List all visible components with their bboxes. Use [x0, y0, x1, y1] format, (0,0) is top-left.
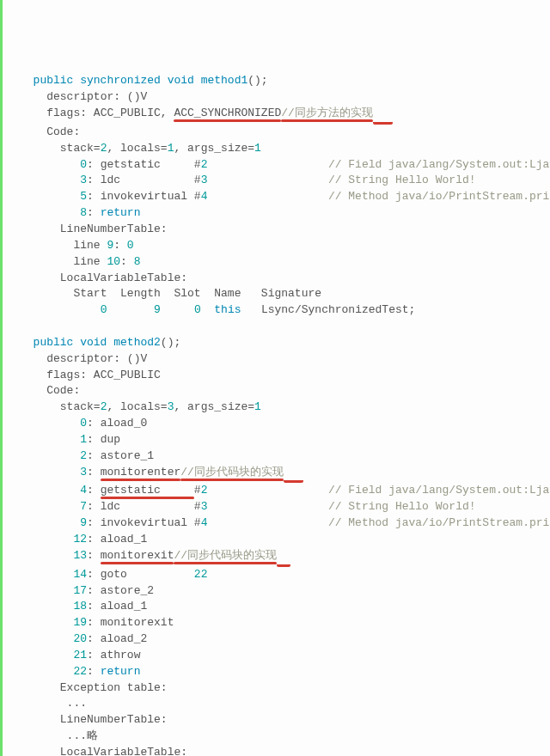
code-block: public synchronized void method1(); desc…: [20, 73, 550, 756]
acc-synchronized-highlight: ACC_SYNCHRONIZED: [174, 107, 281, 119]
monitorenter-highlight: monitorenter: [101, 466, 181, 479]
monitorexit-highlight: monitorexit: [101, 549, 174, 562]
sync-method-comment: //同步方法的实现: [281, 107, 373, 119]
descriptor: descriptor: ()V: [46, 90, 147, 103]
method1-name: method1: [201, 74, 248, 87]
kw-public: public synchronized void: [34, 74, 201, 87]
method2-name: method2: [113, 336, 161, 349]
getstatic-highlight: getstatic: [101, 484, 194, 497]
bytecode-comment: // Field java/lang/System.out:Ljava/io: [328, 158, 550, 171]
kw-public2: public void: [34, 336, 114, 349]
